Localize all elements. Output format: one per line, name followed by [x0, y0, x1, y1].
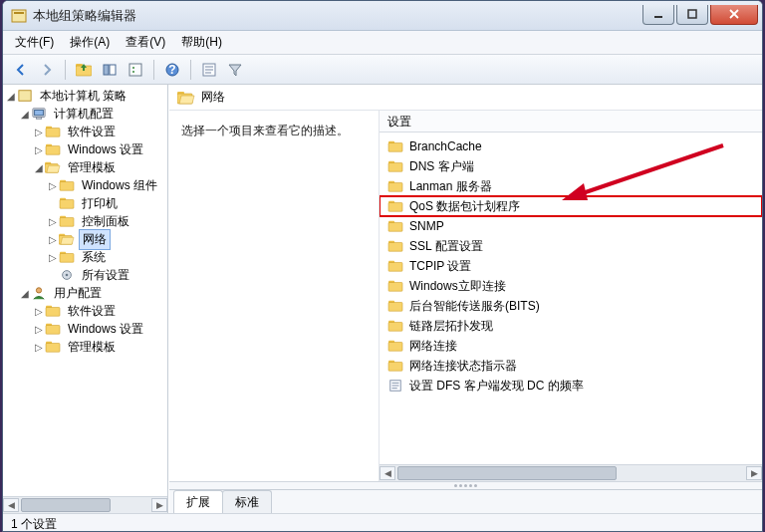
filter-button[interactable]	[223, 58, 247, 82]
computer-icon	[31, 107, 47, 121]
list-item[interactable]: BranchCache	[380, 136, 762, 156]
list-item[interactable]: 网络连接状态指示器	[380, 356, 762, 376]
folder-icon	[59, 178, 75, 192]
tree-computer-config[interactable]: ◢ 计算机配置	[5, 105, 165, 123]
list-item[interactable]: Lanman 服务器	[380, 176, 762, 196]
back-button[interactable]	[9, 58, 33, 82]
tree-hscrollbar[interactable]: ◀ ▶	[3, 496, 167, 513]
tree-network[interactable]: ▷ 网络	[5, 230, 165, 248]
folder-icon	[387, 159, 403, 173]
collapse-icon[interactable]: ◢	[19, 288, 31, 299]
list-item[interactable]: 链路层拓扑发现	[380, 316, 762, 336]
svg-rect-19	[104, 65, 109, 75]
tree-control-panel[interactable]: ▷ 控制面板	[5, 212, 165, 230]
tree-all-settings[interactable]: 所有设置	[5, 266, 165, 284]
list-item-label: 链路层拓扑发现	[409, 318, 493, 335]
show-hide-tree-button[interactable]	[98, 58, 122, 82]
expand-icon[interactable]: ▷	[33, 342, 45, 353]
list-item[interactable]: SSL 配置设置	[380, 236, 762, 256]
tree-software-settings[interactable]: ▷ 软件设置	[5, 123, 165, 140]
expand-icon[interactable]: ▷	[33, 306, 45, 317]
list-item[interactable]: QoS 数据包计划程序	[380, 196, 762, 216]
expand-icon[interactable]: ▷	[47, 216, 59, 227]
expand-icon[interactable]: ▷	[33, 144, 45, 155]
maximize-button[interactable]	[676, 5, 708, 25]
help-button[interactable]: ?	[160, 58, 184, 82]
pane-grip[interactable]	[169, 481, 762, 489]
folder-icon	[45, 142, 61, 156]
tree-printers[interactable]: 打印机	[5, 194, 165, 212]
collapse-icon[interactable]: ◢	[33, 162, 45, 173]
minimize-button[interactable]	[642, 5, 674, 25]
folder-icon	[387, 259, 403, 273]
list-item-label: 设置 DFS 客户端发现 DC 的频率	[409, 378, 584, 395]
list-item[interactable]: Windows立即连接	[380, 276, 762, 296]
tab-extended[interactable]: 扩展	[173, 490, 223, 513]
tree-root[interactable]: ◢ 本地计算机 策略	[5, 87, 165, 105]
folder-icon	[45, 304, 61, 318]
tab-standard[interactable]: 标准	[222, 490, 272, 513]
list-item-label: DNS 客户端	[409, 158, 474, 175]
folder-icon	[387, 359, 403, 373]
details-pane: 网络 选择一个项目来查看它的描述。 设置 BranchCacheDNS 客户端L…	[168, 85, 762, 513]
toolbar: ?	[3, 55, 762, 85]
tree-system[interactable]: ▷ 系统	[5, 248, 165, 266]
collapse-icon[interactable]: ◢	[19, 109, 31, 120]
list-item[interactable]: TCPIP 设置	[380, 256, 762, 276]
collapse-icon[interactable]: ◢	[5, 91, 17, 102]
svg-rect-16	[688, 10, 696, 18]
menu-file[interactable]: 文件(F)	[7, 31, 62, 54]
list-item-label: SNMP	[409, 219, 444, 233]
tree-pane: ◢ 本地计算机 策略 ◢ 计算机配置 ▷ 软件设置 ▷ Win	[3, 85, 168, 513]
tree-windows-settings[interactable]: ▷ Windows 设置	[5, 140, 165, 158]
titlebar[interactable]: 本地组策略编辑器	[3, 1, 762, 31]
svg-rect-13	[12, 10, 26, 22]
details-tabs: 扩展 标准	[169, 489, 762, 513]
list-item[interactable]: 后台智能传送服务(BITS)	[380, 296, 762, 316]
list-item[interactable]: 网络连接	[380, 336, 762, 356]
setting-icon	[387, 379, 403, 393]
settings-list-pane: 设置 BranchCacheDNS 客户端Lanman 服务器QoS 数据包计划…	[379, 111, 762, 481]
scroll-left-icon[interactable]: ◀	[3, 498, 19, 512]
menu-action[interactable]: 操作(A)	[62, 31, 118, 54]
tree-user-software[interactable]: ▷ 软件设置	[5, 302, 165, 320]
properties-button[interactable]	[124, 58, 147, 82]
statusbar: 1 个设置	[3, 513, 762, 532]
filter-options-button[interactable]	[197, 58, 221, 82]
up-button[interactable]	[72, 58, 96, 82]
close-button[interactable]	[710, 5, 758, 25]
list-item[interactable]: 设置 DFS 客户端发现 DC 的频率	[380, 376, 762, 396]
forward-button[interactable]	[35, 58, 59, 82]
expand-icon[interactable]: ▷	[33, 127, 45, 137]
expand-icon[interactable]: ▷	[47, 180, 59, 191]
scrollbar-thumb[interactable]	[397, 466, 617, 480]
list-item-label: QoS 数据包计划程序	[409, 198, 520, 215]
expand-icon[interactable]: ▷	[47, 252, 59, 263]
scrollbar-thumb[interactable]	[21, 498, 111, 512]
tree-user-config[interactable]: ◢ 用户配置	[5, 284, 165, 302]
tree-user-windows[interactable]: ▷ Windows 设置	[5, 320, 165, 338]
list-item[interactable]: DNS 客户端	[380, 156, 762, 176]
list-item-label: 后台智能传送服务(BITS)	[409, 298, 540, 315]
expand-icon[interactable]: ▷	[47, 234, 59, 245]
folder-icon	[387, 219, 403, 233]
expand-icon[interactable]: ▷	[33, 324, 45, 335]
svg-point-22	[132, 67, 134, 69]
list-item-label: Lanman 服务器	[409, 178, 492, 195]
scroll-right-icon[interactable]: ▶	[746, 466, 762, 480]
menu-help[interactable]: 帮助(H)	[173, 31, 230, 54]
menu-view[interactable]: 查看(V)	[118, 31, 173, 54]
list-item[interactable]: SNMP	[380, 216, 762, 236]
scroll-left-icon[interactable]: ◀	[380, 466, 395, 480]
tree-windows-components[interactable]: ▷ Windows 组件	[5, 176, 165, 194]
gpedit-window: 本地组策略编辑器 文件(F) 操作(A) 查看(V) 帮助(H) ? ◢	[2, 0, 763, 532]
column-header-setting[interactable]: 设置	[380, 111, 762, 133]
tree-user-admin-templates[interactable]: ▷ 管理模板	[5, 338, 165, 356]
details-title: 网络	[201, 89, 225, 106]
scroll-right-icon[interactable]: ▶	[151, 498, 167, 512]
policy-tree[interactable]: ◢ 本地计算机 策略 ◢ 计算机配置 ▷ 软件设置 ▷ Win	[3, 85, 167, 496]
settings-list[interactable]: BranchCacheDNS 客户端Lanman 服务器QoS 数据包计划程序S…	[380, 133, 762, 464]
svg-rect-26	[19, 91, 31, 102]
list-hscrollbar[interactable]: ◀ ▶	[380, 464, 762, 481]
tree-admin-templates[interactable]: ◢ 管理模板	[5, 158, 165, 176]
